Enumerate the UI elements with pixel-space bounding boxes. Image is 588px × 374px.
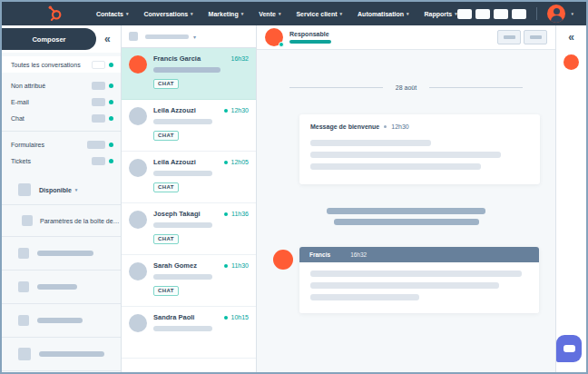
hubspot-logo[interactable] bbox=[45, 5, 64, 23]
sidebar-skeleton-item[interactable] bbox=[2, 241, 121, 265]
filter-formulaires[interactable]: Formulaires bbox=[2, 136, 121, 153]
online-status-dot bbox=[279, 42, 284, 47]
chevron-down-icon: ▾ bbox=[75, 187, 78, 192]
avatar-placeholder bbox=[18, 183, 31, 196]
divider bbox=[2, 236, 121, 237]
nav-tool-icon[interactable] bbox=[475, 9, 490, 19]
contact-name: Leila Azzouzi bbox=[153, 158, 196, 166]
chevron-down-icon: ▾ bbox=[455, 11, 457, 16]
timestamp: 12h05 bbox=[231, 159, 249, 165]
unread-dot bbox=[224, 264, 228, 268]
settings-label: Paramètres de la boîte de… bbox=[40, 218, 121, 224]
message-card-header: Francis 16h32 bbox=[299, 247, 539, 262]
inbox-settings-link[interactable]: Paramètres de la boîte de… bbox=[2, 210, 121, 231]
nav-item-conversations[interactable]: Conversations▾ bbox=[143, 11, 192, 17]
composer-button[interactable]: Composer bbox=[2, 28, 96, 50]
filter-label: Toutes les conversations bbox=[11, 62, 81, 68]
placeholder-icon bbox=[18, 348, 31, 360]
visitor-message-card[interactable]: Francis 16h32 bbox=[299, 247, 539, 313]
status-dot bbox=[109, 84, 113, 88]
timestamp: 10h15 bbox=[231, 314, 249, 320]
nav-tool-icon[interactable] bbox=[494, 9, 508, 19]
collapse-sidebar-icon[interactable]: « bbox=[104, 33, 111, 45]
date-divider: 28 août bbox=[273, 84, 539, 91]
chevron-down-icon[interactable]: ▾ bbox=[571, 11, 573, 16]
status-dot bbox=[109, 159, 113, 163]
nav-item-label: Vente bbox=[259, 11, 276, 17]
chevron-down-icon: ▾ bbox=[241, 11, 244, 16]
nav-item-label: Conversations bbox=[143, 11, 188, 17]
nav-tool-icon[interactable] bbox=[457, 9, 472, 19]
filter-label: Chat bbox=[11, 115, 24, 122]
nav-item-vente[interactable]: Vente▾ bbox=[259, 11, 280, 17]
timestamp: 16h32 bbox=[350, 251, 367, 258]
divider bbox=[2, 131, 121, 132]
availability-toggle[interactable]: Disponible ▾ bbox=[2, 180, 121, 200]
chevron-down-icon[interactable]: ▾ bbox=[193, 34, 196, 40]
filter-toutes-les-conversations[interactable]: Toutes les conversations bbox=[2, 56, 121, 73]
composer-row: Composer « bbox=[2, 25, 121, 53]
filter-chat[interactable]: Chat bbox=[2, 110, 121, 126]
select-all-checkbox[interactable] bbox=[129, 32, 138, 41]
owner-name-placeholder bbox=[289, 40, 331, 44]
owner-label: Responsable bbox=[289, 31, 331, 37]
nav-item-automatisation[interactable]: Automatisation▾ bbox=[358, 11, 408, 17]
filter-email[interactable]: E-mail bbox=[2, 94, 121, 110]
filter-tickets[interactable]: Tickets bbox=[2, 153, 121, 169]
filter-label: Formulaires bbox=[11, 142, 44, 148]
conversation-item-sarah-gomez[interactable]: Sarah Gomez 11h30 CHAT bbox=[122, 255, 256, 307]
sidebar-skeleton-item[interactable] bbox=[2, 342, 121, 366]
count-badge bbox=[92, 61, 105, 69]
availability-label: Disponible bbox=[39, 187, 72, 193]
contact-details-rail: « bbox=[555, 25, 586, 372]
divider bbox=[2, 370, 121, 371]
user-avatar[interactable] bbox=[547, 5, 565, 23]
owner-avatar[interactable] bbox=[265, 28, 283, 46]
divider-line bbox=[429, 87, 523, 88]
divider bbox=[2, 303, 121, 304]
welcome-message-card[interactable]: Message de bienvenue 12h30 bbox=[299, 114, 540, 184]
message-title: Message de bienvenue bbox=[310, 123, 379, 130]
timestamp: 16h32 bbox=[231, 55, 249, 62]
conversation-item-joseph-takagi[interactable]: Joseph Takagi 11h36 CHAT bbox=[122, 203, 256, 255]
nav-item-marketing[interactable]: Marketing▾ bbox=[209, 11, 244, 17]
count-badge bbox=[92, 98, 105, 106]
nav-utilities: ▾ bbox=[457, 5, 573, 23]
message-preview-placeholder bbox=[153, 171, 212, 176]
system-text-placeholder bbox=[327, 208, 485, 214]
conversation-item-leila-azzouzi-2[interactable]: Leila Azzouzi 12h05 CHAT bbox=[122, 152, 256, 203]
avatar bbox=[129, 55, 147, 74]
nav-item-contacts[interactable]: Contacts▾ bbox=[96, 11, 128, 17]
chat-widget-launcher[interactable] bbox=[556, 335, 582, 362]
placeholder-bar bbox=[39, 351, 104, 357]
message-text-placeholder bbox=[310, 294, 419, 300]
channel-tag: CHAT bbox=[153, 131, 179, 141]
contact-name: Joseph Takagi bbox=[153, 210, 201, 218]
filter-label: Non attribué bbox=[11, 83, 45, 89]
timestamp: 11h36 bbox=[231, 211, 249, 217]
chevron-down-icon: ▾ bbox=[126, 11, 129, 16]
nav-item-label: Automatisation bbox=[358, 11, 404, 17]
contact-avatar[interactable] bbox=[564, 54, 579, 70]
avatar bbox=[129, 211, 147, 229]
visitor-avatar bbox=[273, 250, 293, 270]
conversation-item-leila-azzouzi[interactable]: Leila Azzouzi 12h30 CHAT bbox=[122, 100, 256, 152]
chevron-down-icon: ▾ bbox=[191, 11, 193, 16]
nav-item-label: Service client bbox=[296, 11, 337, 17]
filter-non-attribue[interactable]: Non attribué bbox=[2, 77, 121, 94]
conversation-item-francis-garcia[interactable]: Francis Garcia 16h32 CHAT bbox=[122, 48, 256, 100]
nav-item-service-client[interactable]: Service client▾ bbox=[296, 11, 342, 17]
chevron-down-icon: ▾ bbox=[407, 11, 409, 16]
sidebar-skeleton-item[interactable] bbox=[2, 275, 121, 299]
thread-action-button[interactable] bbox=[497, 30, 521, 44]
chat-bubble-icon bbox=[564, 345, 575, 352]
nav-item-rapports[interactable]: Rapports▾ bbox=[425, 11, 457, 17]
nav-tool-icon[interactable] bbox=[512, 9, 526, 19]
sidebar-skeleton-item[interactable] bbox=[2, 309, 121, 332]
system-message-placeholder bbox=[273, 208, 539, 225]
message-text-placeholder bbox=[310, 152, 501, 158]
conversation-item-sandra-paoli[interactable]: Sandra Paoli 10h15 bbox=[122, 307, 256, 359]
collapse-panel-icon[interactable]: « bbox=[568, 31, 574, 44]
nav-item-label: Rapports bbox=[425, 11, 453, 17]
thread-action-button[interactable] bbox=[524, 30, 547, 44]
